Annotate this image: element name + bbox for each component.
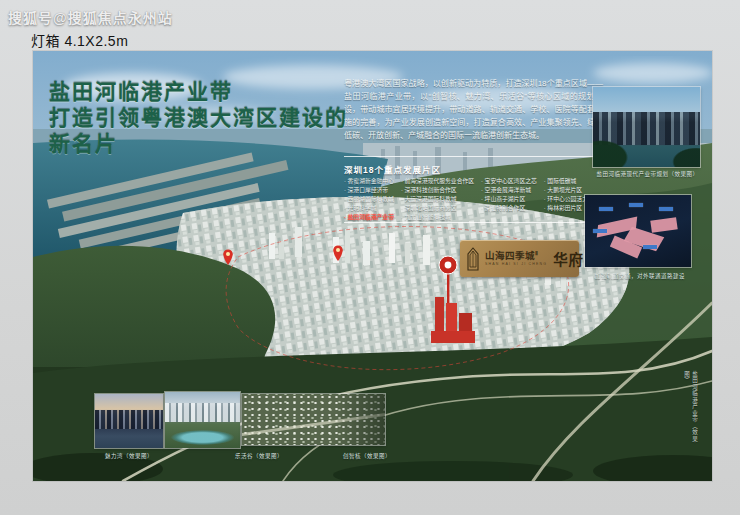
district-item-highlighted: 盐田河临港产业带: [344, 213, 394, 222]
brand-text: 山海四季城Ⅱ SHAN HAI SI JI CHENG: [485, 250, 547, 266]
project-logo-badge: 山海四季城Ⅱ SHAN HAI SI JI CHENG 华府: [460, 240, 579, 277]
district-item: 深港科技创新合作区: [401, 186, 474, 195]
district-column-3: 宝安中心区湾区之芯 空港会展海洋新城 坪山燕子湖片区 深汕特别合作区: [481, 177, 537, 222]
district-item: 国际低碳城: [544, 177, 594, 186]
district-item: 宝安中心区湾区之芯: [481, 177, 537, 186]
district-list: 香蜜湖新金融中心 深港口岸经济带 西丽湖国际科教城 光明科学城 盐田河临港产业带…: [344, 177, 614, 222]
map-zone: [650, 217, 677, 233]
palm-trees: [668, 145, 700, 167]
poster-title: 盐田河临港产业带 打造引领粤港澳大湾区建设的 新名片: [49, 79, 348, 157]
inset-core-photo: [242, 394, 385, 445]
map-label: [643, 245, 657, 249]
district-item: 大运深港国际科教城: [401, 195, 474, 204]
inset-skyline-photo: [593, 87, 700, 167]
divider-line: [344, 222, 610, 223]
divider-line: [344, 156, 604, 157]
district-item: 光明科学城: [344, 204, 394, 213]
inset-caption: 创智核（效果图）: [343, 452, 391, 460]
brand-subtext: SHAN HAI SI JI CHENG: [485, 263, 547, 267]
inset-caption: 魅力湾（效果图）: [105, 452, 153, 460]
district-item: 前海深港现代服务业合作区: [401, 177, 474, 186]
map-label: [599, 207, 613, 211]
title-line-2: 打造引领粤港澳大湾区建设的: [49, 105, 348, 131]
district-item: 大鹏坝光片区: [544, 186, 594, 195]
inset-caption: 加强轨道交通，对外联通道路建设: [585, 272, 695, 280]
district-item: 西丽湖国际科教城: [344, 195, 394, 204]
district-list-heading: 深圳18个重点发展片区: [344, 163, 441, 175]
core-shade: [336, 394, 385, 445]
title-line-1: 盐田河临港产业带: [49, 79, 348, 105]
inset-transit-map: [585, 195, 691, 267]
palm-trees: [593, 137, 633, 167]
title-line-3: 新名片: [49, 131, 348, 157]
inset-valley-photo: [165, 392, 240, 448]
map-label: [593, 229, 607, 233]
intro-paragraph: 粤港澳大湾区国家战略，以创新驱动为特质，打造深圳18个重点区域——盐田河临港产业…: [344, 77, 603, 142]
page: 搜狐号@搜狐焦点永州站 灯箱 4.1X2.5m: [0, 0, 740, 515]
district-item: 深港口岸经济带: [344, 186, 394, 195]
inset-bay-photo: [95, 394, 163, 448]
valley-river: [171, 430, 234, 445]
brand-name: 山海四季城: [485, 251, 535, 262]
sohu-watermark: 搜狐号@搜狐焦点永州站: [8, 7, 173, 27]
inset-caption: 盐田河临港现代产业带规划（效果图）: [585, 170, 710, 178]
tower-emblem-icon: [466, 247, 480, 271]
lightbox-size-label: 灯箱 4.1X2.5m: [31, 30, 128, 50]
district-item: 坪山燕子湖片区: [481, 195, 537, 204]
side-vertical-caption: 盐田河临港产业带（效果图）: [683, 371, 699, 445]
map-label: [659, 207, 673, 211]
valley-buildings: [165, 403, 240, 422]
district-column-1: 香蜜湖新金融中心 深港口岸经济带 西丽湖国际科教城 光明科学城 盐田河临港产业带: [344, 177, 394, 222]
project-name: 华府: [553, 248, 584, 269]
district-item: 香蜜湖新金融中心: [344, 177, 394, 186]
brand-phase: Ⅱ: [535, 250, 538, 256]
district-item: 深圳北站国际商务区: [401, 204, 474, 213]
district-column-2: 前海深港现代服务业合作区 深港科技创新合作区 大运深港国际科教城 深圳北站国际商…: [401, 177, 474, 222]
lightbox-poster: 盐田河临港产业带 打造引领粤港澳大湾区建设的 新名片 粤港澳大湾区国家战略，以创…: [33, 51, 712, 481]
district-item: 空港会展海洋新城: [481, 186, 537, 195]
district-item: 深汕特别合作区: [481, 204, 537, 213]
map-label: [629, 203, 643, 207]
inset-caption: 乐活谷（效果图）: [235, 452, 283, 460]
district-item: 九龙山智能科技城: [401, 213, 474, 222]
bay-buildings: [95, 410, 163, 428]
